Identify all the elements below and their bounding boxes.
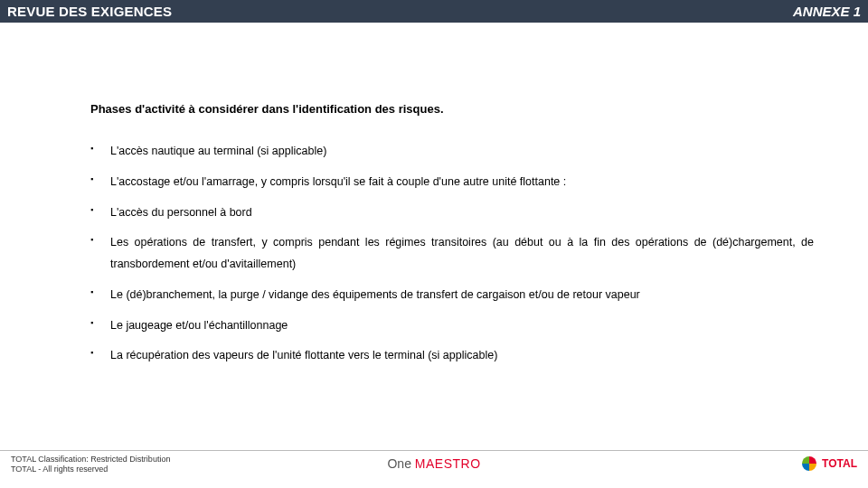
risk-list: L'accès nautique au terminal (si applica… <box>90 141 814 367</box>
total-logo-icon <box>802 456 816 471</box>
list-item: La récupération des vapeurs de l'unité f… <box>90 345 814 367</box>
footer-classification: TOTAL Classification: Restricted Distrib… <box>11 455 170 474</box>
rights-line: TOTAL - All rights reserved <box>11 465 170 474</box>
list-item: Les opérations de transfert, y compris p… <box>90 232 814 276</box>
section-subtitle: Phases d'activité à considérer dans l'id… <box>90 102 814 116</box>
footer-logo-block: TOTAL <box>802 455 857 471</box>
page-title: REVUE DES EXIGENCES <box>7 4 172 19</box>
footer: TOTAL Classification: Restricted Distrib… <box>0 450 868 488</box>
total-logo-text: TOTAL <box>822 457 857 470</box>
brand-maestro: MAESTRO <box>415 456 481 471</box>
brand-center: One MAESTRO <box>387 456 480 471</box>
annex-label: ANNEXE 1 <box>793 4 861 19</box>
rights-text: TOTAL - All rights reserved <box>11 465 108 474</box>
list-item: Le (dé)branchement, la purge / vidange d… <box>90 285 814 306</box>
list-item: L'accès du personnel à bord <box>90 202 814 224</box>
classification-line: TOTAL Classification: Restricted Distrib… <box>11 455 170 465</box>
list-item: L'accostage et/ou l'amarrage, y compris … <box>90 172 814 193</box>
content-area: Phases d'activité à considérer dans l'id… <box>0 23 868 367</box>
list-item: L'accès nautique au terminal (si applica… <box>90 141 814 163</box>
header-bar: REVUE DES EXIGENCES ANNEXE 1 <box>0 0 868 23</box>
brand-one: One <box>387 456 410 471</box>
list-item: Le jaugeage et/ou l'échantillonnage <box>90 315 814 337</box>
